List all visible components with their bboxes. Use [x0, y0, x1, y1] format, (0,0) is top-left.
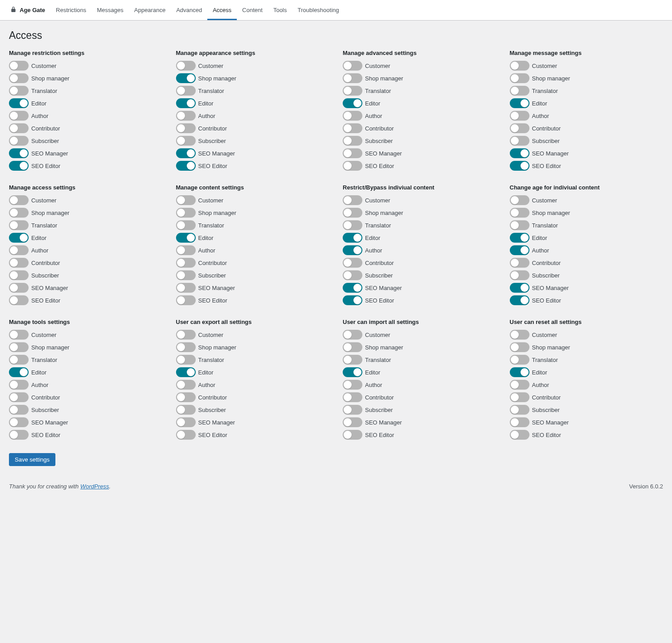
role-toggle[interactable]	[9, 417, 29, 427]
role-toggle[interactable]	[343, 220, 362, 230]
role-toggle[interactable]	[343, 430, 362, 440]
role-toggle[interactable]	[176, 258, 196, 268]
role-toggle[interactable]	[176, 295, 196, 305]
role-toggle[interactable]	[9, 342, 29, 352]
role-toggle[interactable]	[343, 283, 362, 293]
role-toggle[interactable]	[343, 233, 362, 243]
wordpress-link[interactable]: WordPress	[80, 483, 109, 490]
role-toggle[interactable]	[510, 417, 529, 427]
role-toggle[interactable]	[176, 61, 196, 71]
role-toggle[interactable]	[343, 355, 362, 365]
role-toggle[interactable]	[176, 148, 196, 158]
role-toggle[interactable]	[510, 220, 529, 230]
role-toggle[interactable]	[510, 233, 529, 243]
role-toggle[interactable]	[510, 258, 529, 268]
role-toggle[interactable]	[510, 355, 529, 365]
role-toggle[interactable]	[343, 342, 362, 352]
role-toggle[interactable]	[343, 161, 362, 171]
role-toggle[interactable]	[176, 355, 196, 365]
role-toggle[interactable]	[9, 295, 29, 305]
role-toggle[interactable]	[9, 61, 29, 71]
role-toggle[interactable]	[343, 61, 362, 71]
role-toggle[interactable]	[9, 111, 29, 121]
role-toggle[interactable]	[176, 195, 196, 205]
role-toggle[interactable]	[343, 330, 362, 340]
role-toggle[interactable]	[9, 220, 29, 230]
tab-restrictions[interactable]: Restrictions	[50, 0, 92, 20]
role-toggle[interactable]	[343, 417, 362, 427]
role-toggle[interactable]	[176, 405, 196, 415]
role-toggle[interactable]	[343, 367, 362, 377]
tab-content[interactable]: Content	[237, 0, 268, 20]
role-toggle[interactable]	[176, 367, 196, 377]
role-toggle[interactable]	[343, 392, 362, 402]
role-toggle[interactable]	[176, 136, 196, 146]
tab-troubleshooting[interactable]: Troubleshooting	[292, 0, 344, 20]
save-button[interactable]: Save settings	[9, 453, 55, 466]
role-toggle[interactable]	[510, 61, 529, 71]
role-toggle[interactable]	[510, 367, 529, 377]
role-toggle[interactable]	[510, 195, 529, 205]
role-toggle[interactable]	[9, 355, 29, 365]
role-toggle[interactable]	[176, 98, 196, 108]
role-toggle[interactable]	[343, 208, 362, 218]
role-toggle[interactable]	[343, 295, 362, 305]
role-toggle[interactable]	[343, 73, 362, 83]
role-toggle[interactable]	[510, 430, 529, 440]
role-toggle[interactable]	[510, 123, 529, 133]
role-toggle[interactable]	[9, 148, 29, 158]
role-toggle[interactable]	[510, 86, 529, 96]
role-toggle[interactable]	[176, 330, 196, 340]
role-toggle[interactable]	[176, 73, 196, 83]
tab-advanced[interactable]: Advanced	[171, 0, 207, 20]
role-toggle[interactable]	[9, 380, 29, 390]
role-toggle[interactable]	[9, 405, 29, 415]
role-toggle[interactable]	[176, 86, 196, 96]
role-toggle[interactable]	[9, 392, 29, 402]
role-toggle[interactable]	[176, 417, 196, 427]
role-toggle[interactable]	[9, 270, 29, 280]
role-toggle[interactable]	[510, 283, 529, 293]
role-toggle[interactable]	[176, 123, 196, 133]
role-toggle[interactable]	[9, 123, 29, 133]
role-toggle[interactable]	[343, 270, 362, 280]
role-toggle[interactable]	[510, 136, 529, 146]
role-toggle[interactable]	[343, 380, 362, 390]
role-toggle[interactable]	[343, 136, 362, 146]
role-toggle[interactable]	[510, 295, 529, 305]
role-toggle[interactable]	[510, 405, 529, 415]
role-toggle[interactable]	[9, 195, 29, 205]
role-toggle[interactable]	[343, 258, 362, 268]
role-toggle[interactable]	[176, 220, 196, 230]
role-toggle[interactable]	[510, 73, 529, 83]
role-toggle[interactable]	[510, 330, 529, 340]
role-toggle[interactable]	[176, 380, 196, 390]
role-toggle[interactable]	[343, 148, 362, 158]
role-toggle[interactable]	[510, 148, 529, 158]
role-toggle[interactable]	[9, 367, 29, 377]
role-toggle[interactable]	[176, 161, 196, 171]
role-toggle[interactable]	[176, 283, 196, 293]
role-toggle[interactable]	[510, 111, 529, 121]
role-toggle[interactable]	[343, 86, 362, 96]
role-toggle[interactable]	[176, 392, 196, 402]
role-toggle[interactable]	[176, 208, 196, 218]
role-toggle[interactable]	[9, 208, 29, 218]
role-toggle[interactable]	[176, 245, 196, 255]
role-toggle[interactable]	[176, 270, 196, 280]
role-toggle[interactable]	[9, 233, 29, 243]
role-toggle[interactable]	[343, 405, 362, 415]
role-toggle[interactable]	[9, 161, 29, 171]
tab-tools[interactable]: Tools	[268, 0, 292, 20]
role-toggle[interactable]	[510, 270, 529, 280]
role-toggle[interactable]	[343, 123, 362, 133]
role-toggle[interactable]	[176, 233, 196, 243]
role-toggle[interactable]	[176, 111, 196, 121]
tab-access[interactable]: Access	[207, 0, 237, 20]
role-toggle[interactable]	[510, 161, 529, 171]
role-toggle[interactable]	[510, 98, 529, 108]
role-toggle[interactable]	[9, 245, 29, 255]
role-toggle[interactable]	[343, 98, 362, 108]
role-toggle[interactable]	[510, 342, 529, 352]
role-toggle[interactable]	[176, 430, 196, 440]
